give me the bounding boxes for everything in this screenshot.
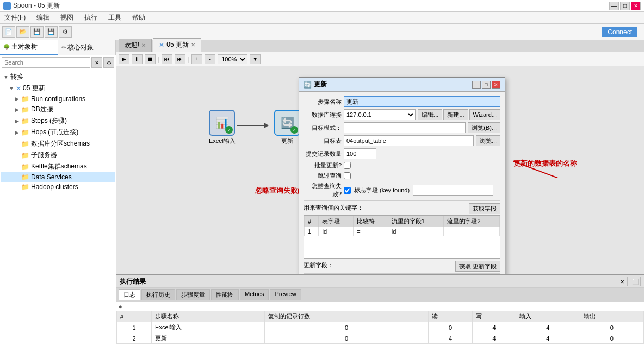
tree-item-hops[interactable]: ▶ 📁 Hops (节点连接) [1,127,115,138]
zoom-dropdown[interactable]: ▼ [250,54,261,64]
skip-lookup-checkbox[interactable] [344,172,351,179]
batch-update-checkbox[interactable] [344,162,351,169]
tab-update[interactable]: ✕ 05 更新 ✕ [153,38,201,52]
bottom-panel-title: 执行结果 [120,277,146,286]
r1-output: 0 [580,322,643,333]
menu-view[interactable]: 视图 [58,12,76,23]
get-update-fields-button[interactable]: 获取 更新字段 [455,261,500,272]
bottom-tab-preview[interactable]: Preview [270,289,301,300]
batch-update-row: 批量更新? [304,161,500,170]
db-connection-select[interactable]: 127.0.0.1 [344,109,416,120]
bottom-expand-icon[interactable]: ⬜ [630,277,641,286]
table-browse-button[interactable]: 浏览... [476,135,500,146]
stop-button[interactable]: ⏹ [145,54,156,64]
db-new-button[interactable]: 新建... [443,109,468,120]
bottom-tab-metrics[interactable]: 步骤度量 [176,289,210,300]
zoom-in-button[interactable]: + [191,54,202,64]
tree-item-schemas[interactable]: 📁 数据库分区schemas [1,138,115,149]
skip-lookup-row: 跳过查询 [304,172,500,180]
pause-button[interactable]: ⏸ [132,54,143,64]
menu-file[interactable]: 文件(F) [2,12,28,23]
upd-col-num: # [305,274,333,275]
db-wizard-button[interactable]: Wizard... [469,109,500,120]
tree-child[interactable]: ▼ ✕ 05 更新 [1,83,115,94]
bottom-panel-header: 执行结果 ✕ ⬜ [116,275,644,288]
search-clear-button[interactable]: ✕ [91,57,102,68]
tree-area: ▼ 转换 ▼ ✕ 05 更新 ▶ 📁 Run configurations ▶ … [0,70,116,345]
tab-welcome[interactable]: 欢迎! ✕ [119,39,152,52]
ignore-errors-checkbox[interactable] [344,187,351,194]
db-connection-row: 数据库连接 127.0.0.1 编辑... 新建... Wizard... [304,109,500,120]
new-button[interactable]: 📄 [2,26,15,38]
tree-item-hadoop[interactable]: 📁 Hadoop clusters [1,182,115,192]
tree-item-hops-label: Hops (节点连接) [31,128,78,137]
bottom-tab-perf[interactable]: 性能图 [211,289,239,300]
modal-body: 步骤名称 数据库连接 127.0.0.1 编辑... [299,92,505,274]
db-edit-button[interactable]: 编辑... [418,109,442,120]
maximize-button[interactable]: □ [620,2,630,10]
tree-item-dataservices-label: Data Services [31,173,72,181]
open-button[interactable]: 📂 [16,26,29,38]
next-button[interactable]: ⏭ [175,54,185,64]
col-input: 输入 [516,311,580,322]
target-schema-input[interactable] [344,122,466,133]
save-as-button[interactable]: 💾 [45,26,58,38]
search-input[interactable] [2,57,90,68]
flag-field-input[interactable] [413,185,493,196]
menu-tools[interactable]: 工具 [106,12,123,23]
tree-item-kettle[interactable]: 📁 Kettle集群schemas [1,161,115,172]
menu-execute[interactable]: 执行 [82,12,100,23]
toggle-icon2: ▼ [9,86,14,91]
commit-size-input[interactable] [344,148,376,159]
tab-update-close[interactable]: ✕ [191,42,195,48]
get-fields-button[interactable]: 获取字段 [469,203,500,214]
step-name-input[interactable] [344,96,500,107]
play-button[interactable]: ▶ [119,54,129,64]
search-settings-button[interactable]: ⚙ [103,57,114,68]
prev-button[interactable]: ⏮ [162,54,172,64]
bottom-panel: 执行结果 ✕ ⬜ 日志 执行历史 步骤度量 性能图 Metrics Previe… [116,274,644,345]
tab-welcome-close[interactable]: ✕ [141,42,146,48]
save-button[interactable]: 💾 [30,26,44,38]
zoom-out-button[interactable]: - [205,54,215,64]
toolbar-left: 📄 📂 💾 💾 ⚙ [2,26,72,38]
tab-welcome-label: 欢迎! [125,41,139,50]
modal-maximize[interactable]: □ [482,81,491,89]
modal-title-label: 更新 [314,80,327,89]
key-col-stream2: 流里的字段2 [444,216,500,227]
bottom-tab-log[interactable]: 日志 [119,289,140,300]
zoom-select[interactable]: 100% [218,54,247,64]
target-table-input[interactable] [344,135,474,146]
app-icon [3,2,11,10]
tab-core-objects-label: 核心对象 [67,43,94,52]
key-cell-num: 1 [305,227,319,236]
menu-edit[interactable]: 编辑 [34,12,52,23]
col-stepname: 步骤名称 [152,311,265,322]
menu-help[interactable]: 帮助 [130,12,147,23]
tree-item-db[interactable]: ▶ 📁 DB连接 [1,104,115,115]
modal-title-icon: 🔄 [304,81,312,89]
close-button[interactable]: ✕ [631,2,641,10]
connect-button[interactable]: Connect [602,27,637,37]
tree-item-server[interactable]: 📁 子服务器 [1,149,115,161]
tree-item-dataservices[interactable]: 📁 Data Services [1,172,115,182]
tree-item-steps[interactable]: ▶ 📁 Steps (步骤) [1,115,115,127]
tab-core-objects[interactable]: ✏ 核心对象 [58,40,116,55]
key-row-1[interactable]: 1 id = id [305,227,500,236]
tab-main-tree[interactable]: 🌳 主对象树 [0,40,58,55]
modal-minimize[interactable]: — [472,81,481,89]
minimize-button[interactable]: — [609,2,619,10]
key-col-stream1: 流里的字段1 [388,216,444,227]
bottom-close-icon[interactable]: ✕ [617,277,628,286]
modal-close[interactable]: ✕ [492,81,500,89]
core-icon: ✏ [61,45,66,51]
settings-button[interactable]: ⚙ [59,26,72,38]
toggle-icon4: ▶ [14,107,20,112]
bottom-tab-history[interactable]: 执行历史 [141,289,175,300]
toggle-icon: ▼ [3,74,9,80]
canvas-content: 📊 ✓ Excel输入 🔄 ✓ 更新 [116,66,644,274]
schema-browse-button[interactable]: 浏览(B)... [468,122,500,133]
tree-root[interactable]: ▼ 转换 [1,71,115,83]
bottom-tab-metrics2[interactable]: Metrics [240,289,269,300]
tree-item-run[interactable]: ▶ 📁 Run configurations [1,94,115,104]
